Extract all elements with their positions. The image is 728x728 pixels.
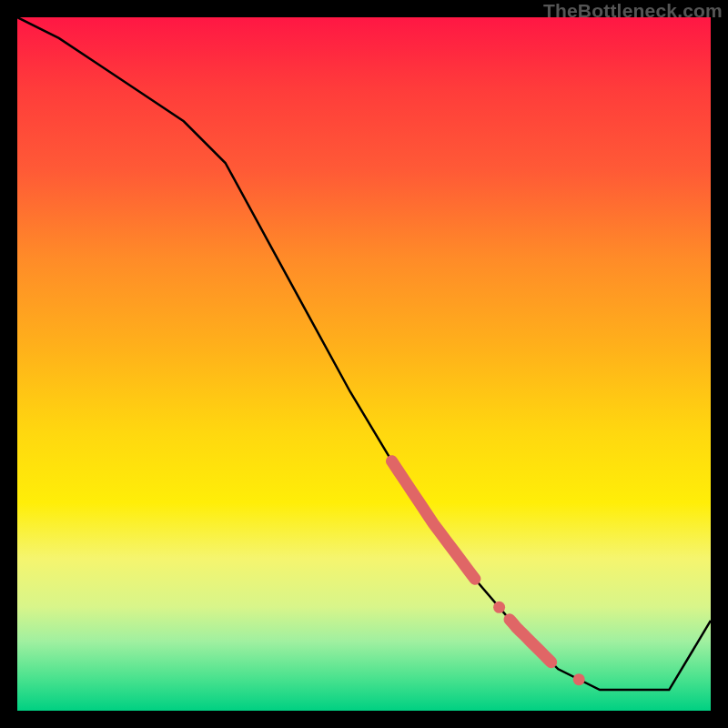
chart-frame: TheBottleneck.com bbox=[0, 0, 728, 728]
chart-highlight-segment-2 bbox=[510, 620, 551, 662]
chart-marker-layer bbox=[392, 461, 585, 686]
watermark-text: TheBottleneck.com bbox=[543, 0, 723, 22]
chart-highlight-segment-0 bbox=[392, 461, 475, 580]
chart-plot-area bbox=[17, 17, 711, 711]
chart-highlight-dot-3 bbox=[573, 673, 585, 685]
chart-svg bbox=[17, 17, 711, 711]
chart-line-layer bbox=[17, 17, 711, 690]
chart-main-line bbox=[17, 17, 711, 690]
chart-highlight-dot-1 bbox=[493, 602, 505, 613]
